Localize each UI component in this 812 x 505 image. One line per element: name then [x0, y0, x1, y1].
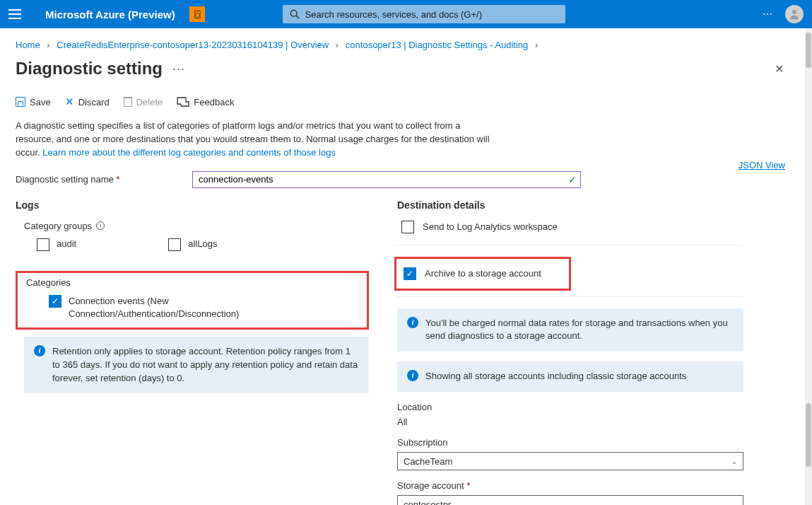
breadcrumb: Home › CreateRedisEnterprise-contosoper1… [0, 28, 805, 59]
trash-icon [124, 97, 132, 107]
checkbox-connection-events[interactable]: ✓ Connection events (New Connection/Auth… [49, 295, 317, 320]
setting-name-label: Diagnostic setting name * [16, 174, 178, 185]
info-icon: i [34, 345, 45, 356]
info-icon[interactable]: i [96, 221, 105, 230]
storage-list-info: i Showing all storage accounts including… [397, 361, 743, 392]
storage-account-select[interactable]: contosostpr ⌄ [397, 495, 743, 505]
more-icon[interactable]: ··· [172, 62, 185, 76]
chevron-right-icon: › [535, 40, 538, 50]
setting-name-input[interactable] [192, 171, 581, 188]
destination-section: Destination details Send to Log Analytic… [390, 199, 743, 505]
scrollbar-thumb[interactable] [806, 33, 811, 68]
logs-title: Logs [16, 199, 369, 211]
svg-point-0 [290, 10, 297, 16]
scrollbar-thumb[interactable] [806, 403, 811, 467]
location-field: Location All [397, 402, 743, 427]
discard-button[interactable]: ✕ Discard [65, 95, 110, 108]
check-icon: ✓ [568, 174, 577, 185]
save-icon [16, 97, 25, 107]
search-icon [290, 9, 300, 19]
breadcrumb-item-2[interactable]: contosoper13 | Diagnostic Settings - Aud… [346, 40, 528, 50]
chevron-right-icon: › [336, 40, 339, 50]
info-icon: i [407, 317, 418, 328]
setting-name-row: Diagnostic setting name * ✓ [0, 164, 805, 191]
info-icon: i [407, 370, 418, 381]
svg-line-1 [296, 16, 299, 18]
feedback-icon [177, 97, 189, 107]
charge-info: i You'll be charged normal data rates fo… [397, 308, 743, 352]
user-icon [788, 8, 801, 21]
chevron-down-icon: ⌄ [731, 458, 737, 465]
topbar: Microsoft Azure (Preview) ⌼ Search resou… [0, 0, 812, 28]
search-input[interactable]: Search resources, services, and docs (G+… [283, 5, 565, 23]
logs-section: Logs Category groups i audit allLogs Cat… [16, 199, 369, 505]
page-header: Diagnostic setting ··· ✕ [0, 59, 805, 88]
chevron-right-icon: › [47, 40, 49, 50]
checkbox-send-law[interactable]: Send to Log Analytics workspace [401, 221, 743, 233]
json-view-link[interactable]: JSON View [739, 160, 785, 170]
brand-label: Microsoft Azure (Preview) [45, 8, 175, 21]
x-icon: ✕ [65, 95, 74, 108]
checkbox-icon [401, 221, 414, 233]
close-icon[interactable]: ✕ [769, 59, 789, 79]
categories-label: Categories [26, 277, 367, 288]
archive-highlight: ✓ Archive to a storage account [394, 257, 571, 291]
feedback-button[interactable]: Feedback [177, 97, 234, 108]
destination-title: Destination details [397, 199, 743, 211]
checkbox-archive-storage[interactable]: ✓ Archive to a storage account [404, 267, 562, 280]
more-icon[interactable]: ⋯ [763, 8, 774, 20]
divider [397, 296, 743, 297]
checkbox-checked-icon: ✓ [49, 295, 61, 308]
breadcrumb-item-1[interactable]: CreateRedisEnterprise-contosoper13-20230… [57, 40, 329, 50]
divider [397, 245, 743, 245]
save-button[interactable]: Save [16, 97, 51, 108]
avatar[interactable] [785, 5, 804, 23]
breadcrumb-home[interactable]: Home [16, 40, 40, 50]
checkbox-icon [37, 238, 49, 251]
retention-info: i Retention only applies to storage acco… [24, 337, 369, 394]
subscription-select[interactable]: CacheTeam ⌄ [397, 452, 743, 470]
chevron-down-icon: ⌄ [731, 501, 737, 505]
bug-icon[interactable]: ⌼ [189, 6, 205, 22]
category-groups-label: Category groups i [24, 221, 369, 231]
page-title: Diagnostic setting [16, 59, 163, 79]
categories-highlight: Categories ✓ Connection events (New Conn… [16, 271, 369, 330]
checkbox-icon [168, 238, 181, 251]
scrollbar-track[interactable] [805, 28, 812, 505]
storage-account-field: Storage account * contosostpr ⌄ [397, 480, 743, 505]
checkbox-checked-icon: ✓ [404, 267, 416, 280]
learn-more-link[interactable]: Learn more about the different log categ… [42, 147, 336, 158]
delete-button: Delete [124, 97, 163, 108]
svg-point-2 [792, 10, 796, 14]
menu-icon[interactable] [8, 9, 21, 19]
checkbox-alllogs[interactable]: allLogs [168, 238, 217, 251]
subscription-field: Subscription CacheTeam ⌄ [397, 437, 743, 470]
toolbar: Save ✕ Discard Delete Feedback [0, 88, 805, 117]
checkbox-audit[interactable]: audit [37, 238, 76, 251]
search-placeholder: Search resources, services, and docs (G+… [305, 9, 482, 20]
description-text: A diagnostic setting specifies a list of… [0, 117, 516, 164]
